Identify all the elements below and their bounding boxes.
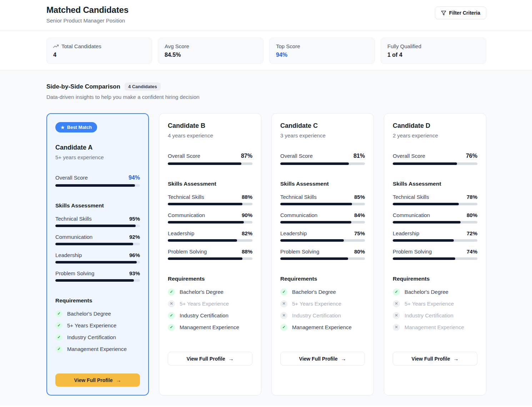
skill-bar bbox=[168, 203, 252, 205]
page-subtitle: Senior Product Manager Position bbox=[46, 17, 129, 24]
stat-value: 4 bbox=[53, 52, 145, 58]
requirements-list: ✓ Bachelor's Degree ✕ 5+ Years Experienc… bbox=[168, 288, 252, 335]
skill-row: Leadership 72% bbox=[393, 230, 477, 242]
requirement-label: Industry Certification bbox=[292, 312, 341, 318]
overall-score-value: 94% bbox=[129, 175, 140, 181]
requirement-status-icon: ✓ bbox=[55, 334, 62, 341]
overall-score-value: 76% bbox=[466, 153, 477, 159]
stat-value: 1 of 4 bbox=[387, 52, 480, 58]
overall-score-label: Overall Score bbox=[55, 175, 88, 181]
skill-bar bbox=[280, 257, 365, 260]
requirements-list: ✓ Bachelor's Degree ✕ 5+ Years Experienc… bbox=[393, 288, 477, 335]
requirements-heading: Requirements bbox=[280, 276, 365, 282]
candidate-cards-grid: ★ Best Match Candidate A 5+ years experi… bbox=[46, 113, 486, 396]
requirement-label: Bachelor's Degree bbox=[405, 289, 448, 295]
trending-up-icon bbox=[53, 44, 59, 49]
filter-criteria-button[interactable]: Filter Criteria bbox=[435, 6, 486, 19]
skill-label: Technical Skills bbox=[280, 194, 317, 200]
skill-label: Communication bbox=[55, 234, 92, 240]
candidates-count-badge: 4 Candidates bbox=[125, 82, 161, 91]
comparison-title: Side-by-Side Comparison bbox=[46, 83, 120, 90]
skill-row: Problem Solving 74% bbox=[393, 248, 477, 260]
skill-value: 96% bbox=[129, 252, 140, 258]
overall-score-bar bbox=[393, 162, 477, 165]
overall-score-label: Overall Score bbox=[280, 153, 313, 159]
skill-bar bbox=[280, 239, 365, 242]
overall-score-bar bbox=[168, 162, 252, 165]
requirement-status-icon: ✓ bbox=[55, 310, 62, 317]
skill-label: Communication bbox=[168, 212, 205, 218]
candidate-experience: 2 years experience bbox=[393, 132, 477, 139]
skill-value: 88% bbox=[242, 248, 252, 255]
view-full-profile-button[interactable]: View Full Profile → bbox=[168, 352, 252, 366]
stat-label: Top Score bbox=[276, 43, 300, 49]
skills-list: Technical Skills 88% Communication 90% L… bbox=[168, 187, 252, 260]
requirement-item: ✓ Industry Certification bbox=[55, 333, 140, 341]
requirement-status-icon: ✓ bbox=[168, 288, 175, 296]
skill-row: Technical Skills 88% bbox=[168, 194, 252, 205]
requirement-status-icon: ✓ bbox=[168, 312, 175, 319]
candidate-card: Candidate B 4 years experience Overall S… bbox=[159, 113, 261, 396]
view-full-profile-button[interactable]: View Full Profile → bbox=[55, 373, 140, 387]
requirement-item: ✓ Bachelor's Degree bbox=[393, 288, 477, 296]
stat-label: Fully Qualified bbox=[387, 43, 421, 49]
skill-bar bbox=[393, 239, 477, 242]
comparison-section: Side-by-Side Comparison 4 Candidates Dat… bbox=[0, 71, 532, 406]
stat-card: Avg Score 84.5% bbox=[158, 37, 264, 64]
requirement-status-icon: ✓ bbox=[280, 324, 287, 331]
view-full-profile-label: View Full Profile bbox=[299, 356, 338, 362]
skill-bar bbox=[55, 279, 140, 282]
overall-score-label: Overall Score bbox=[168, 153, 200, 159]
stat-label: Total Candidates bbox=[61, 43, 101, 49]
requirement-item: ✓ Bachelor's Degree bbox=[168, 288, 252, 296]
arrow-right-icon: → bbox=[116, 377, 121, 383]
skill-value: 74% bbox=[467, 248, 477, 255]
skill-value: 88% bbox=[242, 194, 252, 200]
requirements-list: ✓ Bachelor's Degree ✕ 5+ Years Experienc… bbox=[280, 288, 365, 335]
skill-row: Problem Solving 88% bbox=[168, 248, 252, 260]
overall-score-block: Overall Score 94% bbox=[55, 175, 140, 187]
requirement-item: ✕ Industry Certification bbox=[280, 312, 365, 319]
page-header: Matched Candidates Senior Product Manage… bbox=[0, 0, 532, 31]
skills-assessment-heading: Skills Assessment bbox=[393, 181, 477, 187]
skill-value: 84% bbox=[354, 212, 365, 218]
skill-value: 90% bbox=[242, 212, 252, 218]
skill-row: Problem Solving 93% bbox=[55, 270, 140, 282]
skill-row: Communication 84% bbox=[280, 212, 365, 223]
skill-row: Technical Skills 95% bbox=[55, 216, 140, 227]
requirement-label: Bachelor's Degree bbox=[292, 289, 336, 295]
requirement-label: 5+ Years Experience bbox=[292, 301, 341, 307]
skills-assessment-heading: Skills Assessment bbox=[55, 202, 140, 209]
skill-bar bbox=[55, 261, 140, 263]
skill-bar bbox=[168, 221, 252, 223]
stat-value: 84.5% bbox=[165, 52, 257, 58]
view-full-profile-button[interactable]: View Full Profile → bbox=[393, 352, 477, 366]
requirements-heading: Requirements bbox=[55, 297, 140, 304]
overall-score-bar bbox=[280, 162, 365, 165]
requirement-status-icon: ✓ bbox=[280, 288, 287, 296]
skill-label: Leadership bbox=[393, 230, 419, 236]
candidate-experience: 4 years experience bbox=[168, 132, 252, 139]
requirement-item: ✓ Management Experience bbox=[280, 323, 365, 331]
comparison-header: Side-by-Side Comparison 4 Candidates bbox=[46, 82, 486, 91]
skill-label: Communication bbox=[280, 212, 317, 218]
stat-label-row: Total Candidates bbox=[53, 43, 145, 49]
requirement-label: Bachelor's Degree bbox=[67, 311, 111, 317]
skill-bar bbox=[280, 203, 365, 205]
page-title: Matched Candidates bbox=[46, 5, 129, 15]
requirements-heading: Requirements bbox=[168, 276, 252, 282]
requirement-label: 5+ Years Experience bbox=[67, 322, 116, 328]
stat-label: Avg Score bbox=[165, 43, 189, 49]
skill-label: Leadership bbox=[280, 230, 307, 236]
view-full-profile-label: View Full Profile bbox=[187, 356, 225, 362]
candidate-experience: 5+ years experience bbox=[55, 154, 140, 160]
skill-bar bbox=[280, 221, 365, 223]
view-full-profile-button[interactable]: View Full Profile → bbox=[280, 352, 365, 366]
stat-label-row: Fully Qualified bbox=[387, 43, 480, 49]
skill-row: Problem Solving 80% bbox=[280, 248, 365, 260]
comparison-subtitle: Data-driven insights to help you make a … bbox=[46, 94, 486, 100]
skill-value: 78% bbox=[467, 194, 477, 200]
skill-bar bbox=[393, 203, 477, 205]
requirement-item: ✕ 5+ Years Experience bbox=[168, 300, 252, 307]
view-full-profile-label: View Full Profile bbox=[74, 377, 113, 383]
